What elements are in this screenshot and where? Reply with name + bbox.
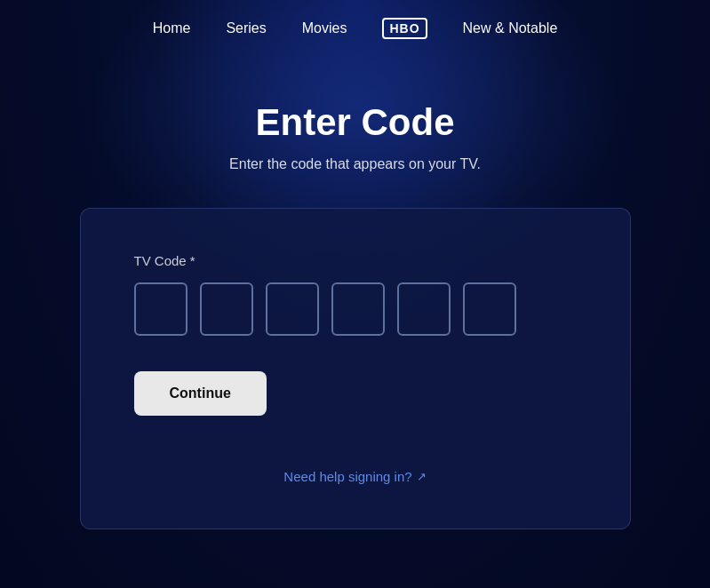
nav-home[interactable]: Home [153,20,191,36]
card-footer: Need help signing in? ↗ [134,469,577,484]
code-input-5[interactable] [397,282,451,336]
code-input-6[interactable] [463,282,516,336]
external-link-icon: ↗ [417,470,427,483]
page-subtitle: Enter the code that appears on your TV. [229,156,481,172]
code-input-2[interactable] [200,282,253,336]
enter-code-card: TV Code * Continue Need help signing in?… [80,208,631,529]
code-input-3[interactable] [266,282,319,336]
main-content: Enter Code Enter the code that appears o… [0,57,710,529]
nav-hbo[interactable]: HBO [382,18,427,39]
hbo-logo: HBO [382,18,427,39]
nav-new-notable[interactable]: New & Notable [463,20,558,36]
tv-code-label: TV Code * [134,253,195,268]
continue-button[interactable]: Continue [134,371,267,416]
nav-movies[interactable]: Movies [302,20,347,36]
code-input-group [134,282,516,336]
nav-series[interactable]: Series [226,20,266,36]
code-input-1[interactable] [134,282,187,336]
help-link[interactable]: Need help signing in? ↗ [283,469,426,484]
help-link-text: Need help signing in? [283,469,411,484]
code-input-4[interactable] [331,282,385,336]
page-title: Enter Code [255,101,454,144]
navigation: Home Series Movies HBO New & Notable [0,0,710,57]
